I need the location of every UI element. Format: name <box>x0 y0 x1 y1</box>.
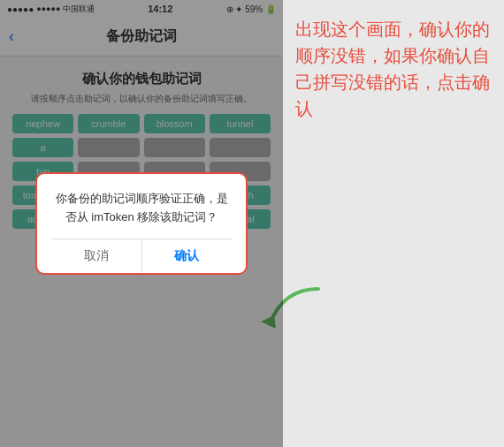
phone-frame: ●●●●● ●●●●● 中国联通 14:12 ⊕ ✦ 59% 🔋 ‹ 备份助记词… <box>0 0 283 447</box>
modal-cancel-button[interactable]: 取消 <box>51 239 142 273</box>
modal-text: 你备份的助记词顺序验证正确，是否从 imToken 移除该助记词？ <box>51 190 232 227</box>
modal-overlay: 你备份的助记词顺序验证正确，是否从 imToken 移除该助记词？ 取消 确认 <box>0 0 283 447</box>
annotation-text: 出现这个画面，确认你的顺序没错，如果你确认自己拼写没错的话，点击确认 <box>295 16 492 122</box>
modal-buttons: 取消 确认 <box>51 239 232 273</box>
modal-box: 你备份的助记词顺序验证正确，是否从 imToken 移除该助记词？ 取消 确认 <box>35 172 248 276</box>
annotation-panel: 出现这个画面，确认你的顺序没错，如果你确认自己拼写没错的话，点击确认 <box>283 0 504 447</box>
modal-ok-button[interactable]: 确认 <box>142 239 233 273</box>
